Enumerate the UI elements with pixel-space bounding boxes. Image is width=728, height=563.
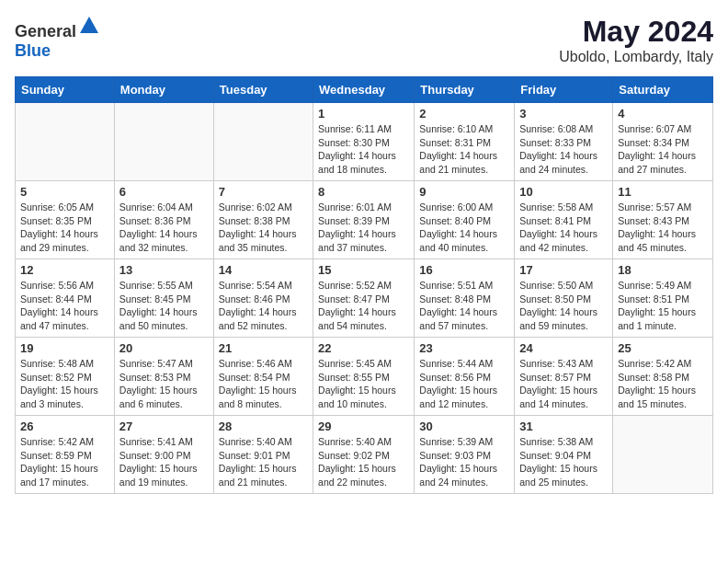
day-info: Sunrise: 6:01 AM Sunset: 8:39 PM Dayligh… [318,201,409,255]
day-number: 26 [20,419,109,433]
day-number: 27 [119,419,209,433]
calendar-cell: 6Sunrise: 6:04 AM Sunset: 8:36 PM Daylig… [114,181,213,259]
day-info: Sunrise: 5:57 AM Sunset: 8:43 PM Dayligh… [618,201,708,255]
calendar-cell: 15Sunrise: 5:52 AM Sunset: 8:47 PM Dayli… [313,259,415,338]
calendar-cell: 30Sunrise: 5:39 AM Sunset: 9:03 PM Dayli… [415,416,515,494]
day-info: Sunrise: 6:00 AM Sunset: 8:40 PM Dayligh… [419,201,509,255]
day-number: 2 [419,107,509,121]
day-number: 21 [219,341,308,355]
day-number: 29 [318,419,409,433]
day-number: 14 [219,263,308,277]
calendar-cell [213,103,313,181]
day-number: 13 [119,263,209,277]
calendar-cell: 2Sunrise: 6:10 AM Sunset: 8:31 PM Daylig… [415,103,515,181]
calendar-cell: 8Sunrise: 6:01 AM Sunset: 8:39 PM Daylig… [313,181,415,259]
calendar-cell: 5Sunrise: 6:05 AM Sunset: 8:35 PM Daylig… [16,181,115,259]
weekday-monday: Monday [114,77,213,103]
day-number: 8 [318,185,409,199]
day-info: Sunrise: 5:49 AM Sunset: 8:51 PM Dayligh… [618,279,708,333]
week-row-5: 26Sunrise: 5:42 AM Sunset: 8:59 PM Dayli… [16,416,713,494]
day-info: Sunrise: 5:44 AM Sunset: 8:56 PM Dayligh… [419,357,509,411]
day-info: Sunrise: 5:42 AM Sunset: 8:59 PM Dayligh… [20,435,109,489]
location-title: Uboldo, Lombardy, Italy [559,49,713,65]
day-number: 9 [419,185,509,199]
calendar-cell: 25Sunrise: 5:42 AM Sunset: 8:58 PM Dayli… [613,338,713,416]
day-info: Sunrise: 5:43 AM Sunset: 8:57 PM Dayligh… [519,357,608,411]
svg-marker-0 [80,17,98,33]
day-info: Sunrise: 6:05 AM Sunset: 8:35 PM Dayligh… [20,201,109,255]
calendar-cell: 1Sunrise: 6:11 AM Sunset: 8:30 PM Daylig… [313,103,415,181]
day-info: Sunrise: 5:47 AM Sunset: 8:53 PM Dayligh… [119,357,209,411]
day-info: Sunrise: 5:54 AM Sunset: 8:46 PM Dayligh… [219,279,308,333]
calendar-cell: 19Sunrise: 5:48 AM Sunset: 8:52 PM Dayli… [16,338,115,416]
calendar-cell: 11Sunrise: 5:57 AM Sunset: 8:43 PM Dayli… [613,181,713,259]
day-info: Sunrise: 5:52 AM Sunset: 8:47 PM Dayligh… [318,279,409,333]
day-info: Sunrise: 5:45 AM Sunset: 8:55 PM Dayligh… [318,357,409,411]
logo-blue: Blue [15,41,51,60]
day-info: Sunrise: 6:02 AM Sunset: 8:38 PM Dayligh… [219,201,308,255]
weekday-saturday: Saturday [613,77,713,103]
day-info: Sunrise: 5:56 AM Sunset: 8:44 PM Dayligh… [20,279,109,333]
day-number: 22 [318,341,409,355]
day-info: Sunrise: 5:58 AM Sunset: 8:41 PM Dayligh… [519,201,608,255]
calendar-cell: 31Sunrise: 5:38 AM Sunset: 9:04 PM Dayli… [515,416,613,494]
day-number: 24 [519,341,608,355]
weekday-thursday: Thursday [415,77,515,103]
calendar-cell: 3Sunrise: 6:08 AM Sunset: 8:33 PM Daylig… [515,103,613,181]
calendar-cell [114,103,213,181]
calendar-cell: 28Sunrise: 5:40 AM Sunset: 9:01 PM Dayli… [213,416,313,494]
calendar-cell: 4Sunrise: 6:07 AM Sunset: 8:34 PM Daylig… [613,103,713,181]
day-info: Sunrise: 6:04 AM Sunset: 8:36 PM Dayligh… [119,201,209,255]
calendar-cell: 29Sunrise: 5:40 AM Sunset: 9:02 PM Dayli… [313,416,415,494]
day-number: 1 [318,107,409,121]
week-row-1: 1Sunrise: 6:11 AM Sunset: 8:30 PM Daylig… [16,103,713,181]
day-number: 20 [119,341,209,355]
calendar-cell: 27Sunrise: 5:41 AM Sunset: 9:00 PM Dayli… [114,416,213,494]
calendar-cell: 13Sunrise: 5:55 AM Sunset: 8:45 PM Dayli… [114,259,213,338]
weekday-wednesday: Wednesday [313,77,415,103]
title-section: May 2024 Uboldo, Lombardy, Italy [559,15,713,65]
day-number: 16 [419,263,509,277]
day-number: 3 [519,107,608,121]
calendar-cell: 23Sunrise: 5:44 AM Sunset: 8:56 PM Dayli… [415,338,515,416]
day-number: 23 [419,341,509,355]
day-number: 15 [318,263,409,277]
calendar-cell: 17Sunrise: 5:50 AM Sunset: 8:50 PM Dayli… [515,259,613,338]
day-info: Sunrise: 5:40 AM Sunset: 9:02 PM Dayligh… [318,435,409,489]
day-info: Sunrise: 5:38 AM Sunset: 9:04 PM Dayligh… [519,435,608,489]
calendar-cell: 14Sunrise: 5:54 AM Sunset: 8:46 PM Dayli… [213,259,313,338]
day-info: Sunrise: 5:41 AM Sunset: 9:00 PM Dayligh… [119,435,209,489]
logo: General Blue [15,15,100,61]
day-info: Sunrise: 5:40 AM Sunset: 9:01 PM Dayligh… [219,435,308,489]
day-info: Sunrise: 5:39 AM Sunset: 9:03 PM Dayligh… [419,435,509,489]
day-info: Sunrise: 5:42 AM Sunset: 8:58 PM Dayligh… [618,357,708,411]
weekday-friday: Friday [515,77,613,103]
day-number: 5 [20,185,109,199]
calendar-cell: 21Sunrise: 5:46 AM Sunset: 8:54 PM Dayli… [213,338,313,416]
day-number: 19 [20,341,109,355]
calendar-cell: 24Sunrise: 5:43 AM Sunset: 8:57 PM Dayli… [515,338,613,416]
calendar-cell [613,416,713,494]
calendar-cell: 9Sunrise: 6:00 AM Sunset: 8:40 PM Daylig… [415,181,515,259]
week-row-2: 5Sunrise: 6:05 AM Sunset: 8:35 PM Daylig… [16,181,713,259]
day-number: 31 [519,419,608,433]
week-row-3: 12Sunrise: 5:56 AM Sunset: 8:44 PM Dayli… [16,259,713,338]
calendar-cell: 22Sunrise: 5:45 AM Sunset: 8:55 PM Dayli… [313,338,415,416]
calendar-cell: 10Sunrise: 5:58 AM Sunset: 8:41 PM Dayli… [515,181,613,259]
day-number: 25 [618,341,708,355]
logo-icon [78,15,100,37]
day-number: 30 [419,419,509,433]
day-info: Sunrise: 5:50 AM Sunset: 8:50 PM Dayligh… [519,279,608,333]
day-number: 4 [618,107,708,121]
calendar-cell: 7Sunrise: 6:02 AM Sunset: 8:38 PM Daylig… [213,181,313,259]
day-info: Sunrise: 5:51 AM Sunset: 8:48 PM Dayligh… [419,279,509,333]
day-number: 18 [618,263,708,277]
day-info: Sunrise: 6:07 AM Sunset: 8:34 PM Dayligh… [618,122,708,177]
day-number: 10 [519,185,608,199]
day-number: 11 [618,185,708,199]
calendar-cell: 16Sunrise: 5:51 AM Sunset: 8:48 PM Dayli… [415,259,515,338]
day-info: Sunrise: 6:11 AM Sunset: 8:30 PM Dayligh… [318,122,409,177]
logo-content: General Blue [15,15,100,61]
week-row-4: 19Sunrise: 5:48 AM Sunset: 8:52 PM Dayli… [16,338,713,416]
day-info: Sunrise: 6:10 AM Sunset: 8:31 PM Dayligh… [419,122,509,177]
